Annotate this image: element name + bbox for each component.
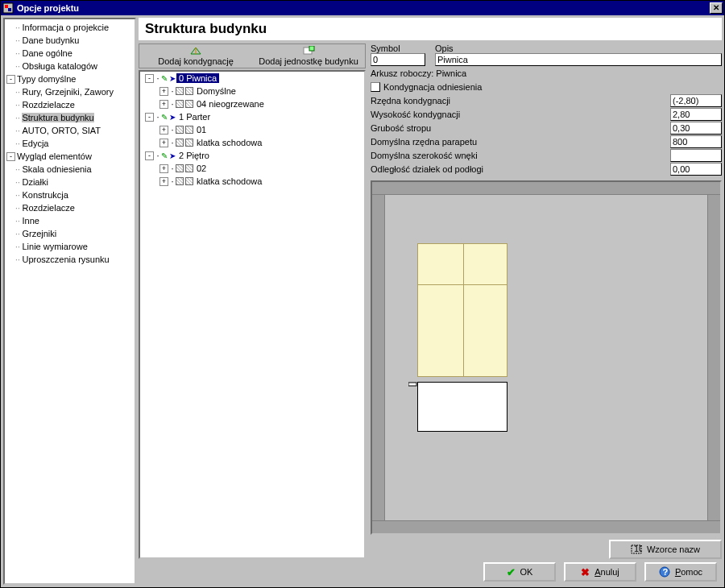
expander-icon[interactable]: + <box>160 126 168 135</box>
nav-item-label: Uproszczenia rysunku <box>22 255 109 264</box>
category-tree[interactable]: ·· Informacja o projekcie ·· Dane budynk… <box>3 18 136 585</box>
nav-item[interactable]: ·· Linie wymiarowe <box>6 240 135 253</box>
nav-item[interactable]: ·· Edycja <box>6 137 135 150</box>
expander-icon[interactable]: + <box>160 139 168 147</box>
expander-icon[interactable]: + <box>160 177 168 186</box>
sheet-icon <box>176 177 184 185</box>
arrow-icon: ➤ <box>169 113 176 122</box>
svg-rect-2 <box>8 8 11 11</box>
unit-node[interactable]: +·klatka schodowa <box>140 175 364 188</box>
form-row: Domyślna rzędna parapetu <box>371 135 722 148</box>
ruler-right <box>707 195 720 520</box>
tree-node-label: 2 Piętro <box>176 151 212 160</box>
arrow-icon: ➤ <box>169 151 176 160</box>
nav-item[interactable]: ·· Inne <box>6 214 135 227</box>
sheet-icon <box>176 87 184 95</box>
nav-item[interactable]: ·· Dane budynku <box>6 34 135 47</box>
plan-preview[interactable] <box>371 180 722 535</box>
nav-item[interactable]: ·· Skala odniesienia <box>6 163 135 176</box>
unit-node[interactable]: +·klatka schodowa <box>140 136 364 149</box>
ok-button[interactable]: ✔ OK <box>483 562 556 582</box>
add-storey-button[interactable]: Dodaj kondygnację <box>139 44 252 68</box>
tree-node-label: klatka schodowa <box>194 176 264 186</box>
nav-item[interactable]: ·· Działki <box>6 176 135 188</box>
tree-leader: ·· <box>6 62 22 71</box>
nav-item[interactable]: ·· AUTO, ORTO, SIAT <box>6 124 135 137</box>
nav-item[interactable]: ·· Informacja o projekcie <box>6 21 135 34</box>
form-row: Rzędna kondygnacji <box>371 93 722 107</box>
tree-leader: ·· <box>6 255 22 264</box>
bullet-icon: · <box>155 151 160 160</box>
symbol-input[interactable] <box>371 53 425 66</box>
nav-item[interactable]: -Typy domyślne <box>6 72 135 85</box>
unit-node[interactable]: +·Domyślne <box>140 85 364 97</box>
storey-node[interactable]: -·✎➤2 Piętro <box>140 149 364 162</box>
tree-leader: ·· <box>6 230 22 238</box>
form-row: Odległość działek od podłogi <box>371 162 722 176</box>
nav-item-label: Grzejniki <box>22 229 56 238</box>
form-row: Wysokość kondygnacji <box>371 107 722 121</box>
nav-item[interactable]: ·· Dane ogólne <box>6 47 135 60</box>
cancel-button[interactable]: ✖ Anuluj <box>564 562 636 582</box>
tree-leader: ·· <box>6 23 22 32</box>
field-input[interactable] <box>670 135 722 148</box>
close-button[interactable]: ✕ <box>710 2 723 14</box>
arrow-icon: ➤ <box>169 74 176 83</box>
title-bar[interactable]: Opcje projektu ✕ <box>1 1 724 15</box>
nav-item-label: Struktura budynku <box>22 113 93 122</box>
field-input[interactable] <box>670 149 722 162</box>
nav-item-label: Działki <box>22 177 48 187</box>
add-unit-button[interactable]: Dodaj jednostkę budynku <box>252 44 365 68</box>
help-icon: ? <box>659 566 670 578</box>
ruler-bottom <box>372 520 720 533</box>
field-input[interactable] <box>670 163 722 176</box>
field-input[interactable] <box>670 108 722 121</box>
bullet-icon: · <box>170 164 175 173</box>
help-button[interactable]: ? Pomoc <box>644 562 717 582</box>
expander-icon[interactable]: + <box>160 87 168 96</box>
expander-icon[interactable]: - <box>6 152 15 161</box>
field-input[interactable] <box>670 122 722 135</box>
nav-item[interactable]: ·· Struktura budynku <box>6 111 135 124</box>
form-row: Grubość stropu <box>371 121 722 135</box>
nav-item[interactable]: ·· Rury, Grzejniki, Zawory <box>6 85 135 98</box>
tree-toolbar: Dodaj kondygnację Dodaj jednostkę budynk… <box>139 43 366 68</box>
storey-node[interactable]: -·✎➤1 Parter <box>140 110 364 123</box>
unit-node[interactable]: +·04 nieogrzewane <box>140 97 364 110</box>
nav-item-label: Edycja <box>22 139 48 148</box>
tree-leader: ·· <box>6 101 22 110</box>
expander-icon[interactable]: - <box>145 113 154 122</box>
svg-rect-5 <box>309 46 314 51</box>
nav-item[interactable]: ·· Rozdzielacze <box>6 201 135 214</box>
nav-item-label: Informacja o projekcie <box>22 23 109 32</box>
storey-node[interactable]: -·✎➤0 Piwnica <box>140 72 364 85</box>
nav-item-label: Dane ogólne <box>22 48 72 58</box>
opis-input[interactable] <box>435 53 722 66</box>
app-icon <box>2 2 14 14</box>
field-label: Domyślna szerokość wnęki <box>371 151 670 160</box>
nav-item[interactable]: -Wygląd elementów <box>6 150 135 163</box>
unit-node[interactable]: +·01 <box>140 123 364 136</box>
nav-item[interactable]: ·· Obsługa katalogów <box>6 60 135 72</box>
tree-leader: ·· <box>6 242 22 251</box>
expander-icon[interactable]: - <box>145 74 154 83</box>
ref-storey-checkbox[interactable]: Kondygnacja odniesienia <box>371 80 722 93</box>
unit-node[interactable]: +·02 <box>140 162 364 175</box>
building-tree[interactable]: -·✎➤0 Piwnica+·Domyślne+·04 nieogrzewane… <box>139 70 366 559</box>
name-patterns-button[interactable]: 10 Wzorce nazw <box>609 540 722 559</box>
expander-icon[interactable]: - <box>6 75 15 84</box>
bullet-icon: · <box>170 99 175 109</box>
bullet-icon: · <box>170 176 175 186</box>
expander-icon[interactable]: + <box>160 164 168 173</box>
nav-item[interactable]: ·· Rozdzielacze <box>6 98 135 111</box>
pencil-icon: ✎ <box>161 113 168 122</box>
checkbox-icon <box>371 82 380 92</box>
expander-icon[interactable]: + <box>160 100 168 109</box>
nav-item[interactable]: ·· Grzejniki <box>6 227 135 240</box>
add-storey-label: Dodaj kondygnację <box>139 56 252 66</box>
nav-item[interactable]: ·· Uproszczenia rysunku <box>6 253 135 266</box>
opis-label: Opis <box>435 43 722 53</box>
expander-icon[interactable]: - <box>145 151 154 160</box>
field-input[interactable] <box>670 94 722 107</box>
nav-item[interactable]: ·· Konstrukcja <box>6 188 135 201</box>
